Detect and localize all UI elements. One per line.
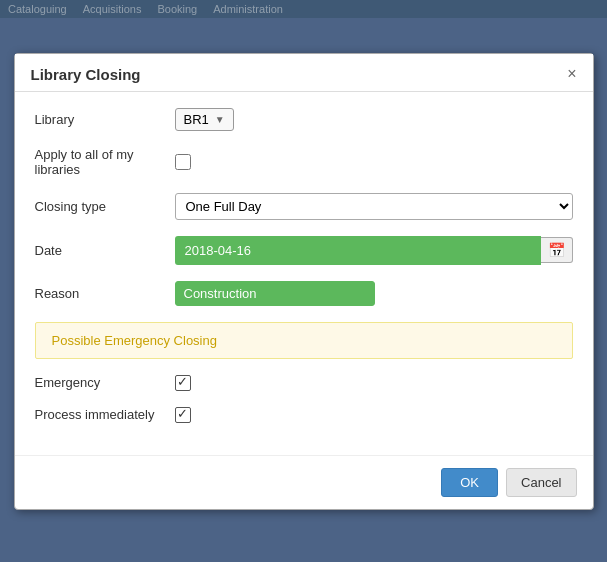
reason-row: Reason [35, 281, 573, 306]
process-label: Process immediately [35, 407, 175, 422]
emergency-row: Emergency [35, 375, 573, 391]
apply-all-checkbox[interactable] [175, 154, 191, 170]
date-input-group: 📅 [175, 236, 573, 265]
emergency-banner-text: Possible Emergency Closing [52, 333, 217, 348]
process-control [175, 407, 573, 423]
cancel-button[interactable]: Cancel [506, 468, 576, 497]
library-label: Library [35, 112, 175, 127]
library-row: Library BR1 ▼ [35, 108, 573, 131]
calendar-button[interactable]: 📅 [541, 237, 573, 263]
emergency-checkbox[interactable] [175, 375, 191, 391]
date-label: Date [35, 243, 175, 258]
modal-overlay: Library Closing × Library BR1 ▼ Apply to… [0, 0, 607, 562]
emergency-banner: Possible Emergency Closing [35, 322, 573, 359]
reason-input[interactable] [175, 281, 375, 306]
closing-type-row: Closing type One Full Day [35, 193, 573, 220]
date-row: Date 📅 [35, 236, 573, 265]
library-value: BR1 [184, 112, 209, 127]
reason-control [175, 281, 573, 306]
modal-footer: OK Cancel [15, 455, 593, 509]
reason-label: Reason [35, 286, 175, 301]
apply-all-label: Apply to all of my libraries [35, 147, 175, 177]
library-dropdown[interactable]: BR1 ▼ [175, 108, 234, 131]
date-input[interactable] [175, 236, 541, 265]
dropdown-arrow-icon: ▼ [215, 114, 225, 125]
apply-all-control [175, 154, 573, 170]
date-control: 📅 [175, 236, 573, 265]
modal-close-button[interactable]: × [567, 66, 576, 82]
modal-body: Library BR1 ▼ Apply to all of my librari… [15, 92, 593, 455]
process-immediately-checkbox[interactable] [175, 407, 191, 423]
modal-header: Library Closing × [15, 54, 593, 92]
apply-all-row: Apply to all of my libraries [35, 147, 573, 177]
closing-type-control: One Full Day [175, 193, 573, 220]
emergency-control [175, 375, 573, 391]
library-control-area: BR1 ▼ [175, 108, 573, 131]
modal-title: Library Closing [31, 66, 141, 83]
process-row: Process immediately [35, 407, 573, 423]
closing-type-select[interactable]: One Full Day [175, 193, 573, 220]
ok-button[interactable]: OK [441, 468, 498, 497]
library-closing-modal: Library Closing × Library BR1 ▼ Apply to… [14, 53, 594, 510]
emergency-label: Emergency [35, 375, 175, 390]
closing-type-label: Closing type [35, 199, 175, 214]
